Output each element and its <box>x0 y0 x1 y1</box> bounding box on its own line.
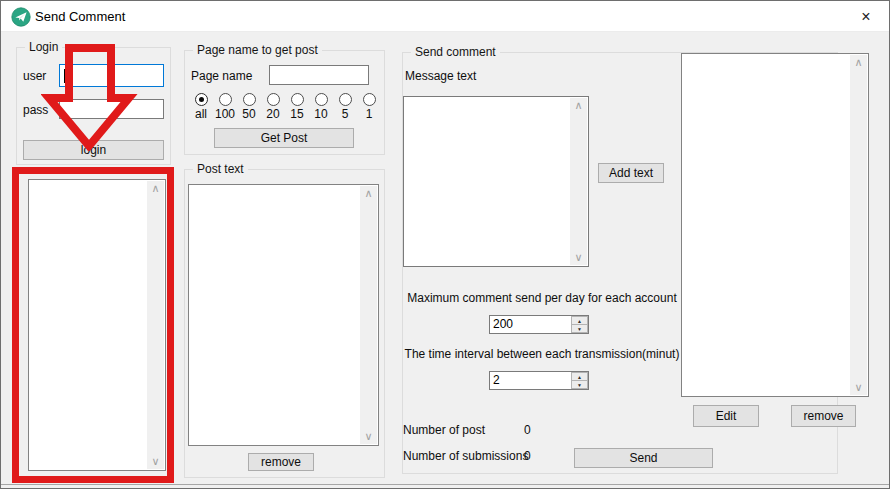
scroll-down-icon[interactable]: ∨ <box>574 250 582 265</box>
number-of-submissions-value: 0 <box>524 449 531 463</box>
scroll-down-icon[interactable]: ∨ <box>364 429 372 444</box>
radio-option-10[interactable]: 10 <box>309 93 333 121</box>
close-icon[interactable]: × <box>849 1 883 32</box>
radio-label: 1 <box>366 107 373 121</box>
pass-input[interactable] <box>59 99 164 119</box>
number-of-submissions-label: Number of submissions <box>403 449 528 463</box>
interval-value: 2 <box>493 373 500 387</box>
radio-icon <box>291 93 304 106</box>
radio-label: all <box>195 107 207 121</box>
user-input[interactable] <box>59 64 164 87</box>
radio-icon <box>243 93 256 106</box>
radio-icon <box>267 93 280 106</box>
spin-down-icon[interactable]: ▼ <box>571 324 588 333</box>
radio-label: 15 <box>290 107 303 121</box>
window-title: Send Comment <box>35 9 125 24</box>
login-button[interactable]: login <box>23 140 164 160</box>
message-text-area[interactable]: ∧ ∨ <box>403 96 589 267</box>
max-per-day-spinner[interactable]: 200 ▲ ▼ <box>489 315 589 334</box>
message-listbox[interactable]: ∧ ∨ <box>681 53 869 397</box>
radio-icon <box>315 93 328 106</box>
interval-label: The time interval between each transmiss… <box>402 347 682 361</box>
message-text-scrollbar[interactable]: ∧ ∨ <box>570 98 587 265</box>
get-post-button-label: Get Post <box>261 131 308 145</box>
max-per-day-value: 200 <box>493 317 513 331</box>
radio-option-1[interactable]: 1 <box>357 93 381 121</box>
post-count-radio-group: all 100 50 20 15 10 5 1 <box>189 93 381 121</box>
add-text-button-label: Add text <box>609 166 653 180</box>
pass-label: pass <box>23 103 48 117</box>
user-label: user <box>23 69 46 83</box>
radio-label: 10 <box>314 107 327 121</box>
post-text-listbox[interactable]: ∧ ∨ <box>188 184 379 446</box>
message-list-scrollbar[interactable]: ∧ ∨ <box>850 55 867 395</box>
radio-option-5[interactable]: 5 <box>333 93 357 121</box>
edit-button[interactable]: Edit <box>693 405 759 427</box>
radio-label: 100 <box>215 107 235 121</box>
radio-icon <box>339 93 352 106</box>
title-bar: Send Comment × <box>1 1 889 32</box>
number-of-post-label: Number of post <box>403 423 485 437</box>
radio-option-all[interactable]: all <box>189 93 213 121</box>
interval-spinner[interactable]: 2 ▲ ▼ <box>489 371 589 390</box>
window-bottom-frame <box>1 484 889 489</box>
spinner-buttons: ▲ ▼ <box>571 316 588 333</box>
scroll-down-icon[interactable]: ∨ <box>854 380 862 395</box>
page-post-group-label: Page name to get post <box>193 43 322 57</box>
radio-icon <box>363 93 376 106</box>
login-group-label: Login <box>25 40 62 54</box>
send-button[interactable]: Send <box>574 448 713 468</box>
scroll-up-icon[interactable]: ∧ <box>364 186 372 201</box>
radio-label: 50 <box>242 107 255 121</box>
radio-label: 5 <box>342 107 349 121</box>
scroll-up-icon[interactable]: ∧ <box>574 98 582 113</box>
scroll-up-icon[interactable]: ∧ <box>151 181 159 196</box>
accounts-scrollbar[interactable]: ∧ ∨ <box>147 181 164 469</box>
accounts-listbox[interactable]: ∧ ∨ <box>28 179 166 471</box>
paper-plane-icon <box>11 7 31 27</box>
scroll-up-icon[interactable]: ∧ <box>854 55 862 70</box>
radio-option-100[interactable]: 100 <box>213 93 237 121</box>
radio-option-15[interactable]: 15 <box>285 93 309 121</box>
post-text-group-label: Post text <box>193 162 248 176</box>
send-button-label: Send <box>629 451 657 465</box>
radio-option-50[interactable]: 50 <box>237 93 261 121</box>
scroll-down-icon[interactable]: ∨ <box>151 454 159 469</box>
login-button-label: login <box>81 143 106 157</box>
post-text-scrollbar[interactable]: ∧ ∨ <box>360 186 377 444</box>
spin-down-icon[interactable]: ▼ <box>571 380 588 389</box>
post-remove-button[interactable]: remove <box>248 453 314 471</box>
edit-button-label: Edit <box>716 409 737 423</box>
get-post-button[interactable]: Get Post <box>214 128 354 148</box>
post-remove-button-label: remove <box>261 455 301 469</box>
add-text-button[interactable]: Add text <box>598 163 664 183</box>
max-per-day-label: Maximum comment send per day for each ac… <box>402 291 682 305</box>
send-comment-group-label: Send comment <box>411 45 500 59</box>
radio-icon <box>219 93 232 106</box>
page-name-input[interactable] <box>269 65 369 85</box>
spinner-buttons: ▲ ▼ <box>571 372 588 389</box>
radio-label: 20 <box>266 107 279 121</box>
radio-selected-icon <box>195 93 208 106</box>
page-name-label: Page name <box>191 69 252 83</box>
message-remove-button[interactable]: remove <box>791 405 856 427</box>
number-of-post-value: 0 <box>524 423 531 437</box>
radio-option-20[interactable]: 20 <box>261 93 285 121</box>
message-text-label: Message text <box>405 69 476 83</box>
app-window: Send Comment × Login user pass login ∧ ∨… <box>0 0 890 489</box>
message-remove-button-label: remove <box>803 409 843 423</box>
text-caret <box>64 69 65 83</box>
